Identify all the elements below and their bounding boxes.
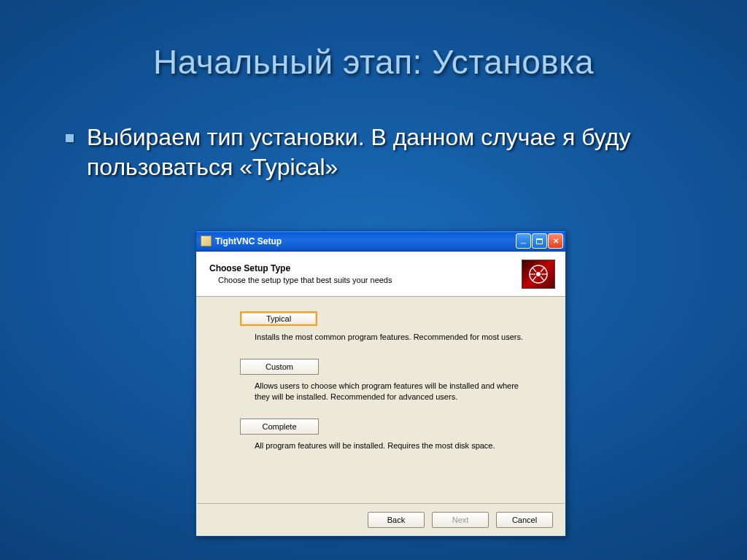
wizard-header: Choose Setup Type Choose the setup type … — [196, 252, 565, 297]
bullet-text: Выбираем тип установки. В данном случае … — [87, 122, 689, 182]
maximize-button[interactable] — [532, 233, 547, 249]
option-custom-desc: Allows users to choose which program fea… — [255, 381, 525, 402]
minimize-button[interactable]: ─ — [516, 233, 531, 249]
installer-icon — [201, 236, 212, 246]
wizard-body: Typical Installs the most common program… — [196, 297, 565, 451]
bullet-block: Выбираем тип установки. В данном случае … — [66, 122, 689, 182]
wizard-subheading: Choose the setup type that best suits yo… — [209, 276, 392, 284]
svg-line-4 — [533, 268, 536, 272]
close-button[interactable]: ✕ — [548, 233, 563, 249]
wizard-heading: Choose Setup Type — [209, 263, 392, 273]
option-complete-button[interactable]: Complete — [240, 419, 319, 435]
titlebar[interactable]: TightVNC Setup ─ ✕ — [196, 231, 565, 252]
option-typical-button[interactable]: Typical — [240, 311, 317, 326]
option-custom-button[interactable]: Custom — [240, 359, 319, 375]
bullet-marker — [66, 134, 74, 142]
installer-window: TightVNC Setup ─ ✕ Choose Setup Type Cho… — [196, 230, 566, 537]
option-complete-desc: All program features will be installed. … — [255, 440, 525, 451]
svg-line-5 — [541, 276, 544, 281]
svg-point-1 — [536, 272, 541, 276]
svg-line-7 — [533, 276, 536, 281]
next-button[interactable]: Next — [432, 512, 489, 528]
svg-line-6 — [541, 268, 544, 272]
option-typical-desc: Installs the most common program feature… — [255, 332, 525, 343]
slide-title: Начальный этап: Установка — [0, 0, 747, 82]
back-button[interactable]: Back — [368, 512, 425, 528]
cancel-button[interactable]: Cancel — [496, 512, 553, 528]
window-title: TightVNC Setup — [215, 236, 516, 246]
product-icon — [522, 260, 555, 289]
wizard-footer: Back Next Cancel — [197, 503, 565, 535]
